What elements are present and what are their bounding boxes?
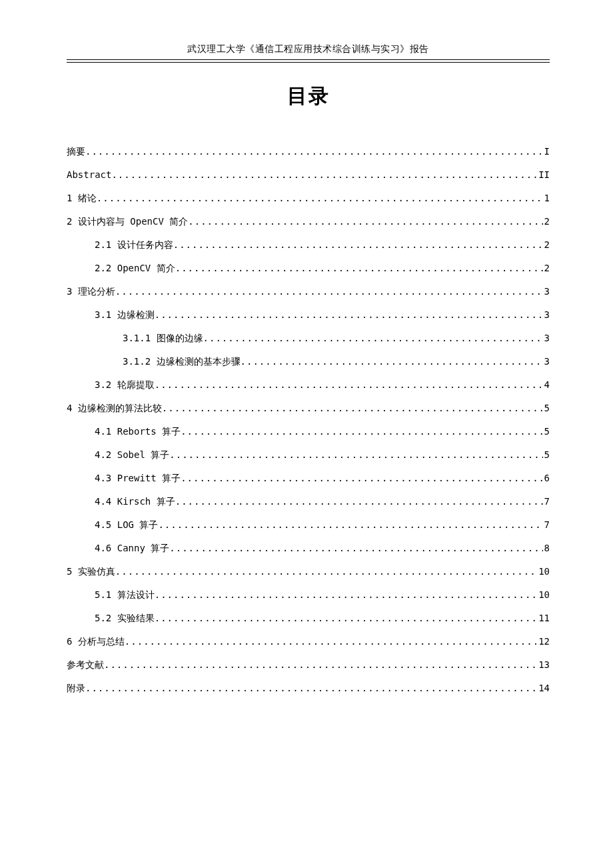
toc-label: Abstract bbox=[67, 170, 111, 179]
toc-page-number: 5 bbox=[543, 403, 550, 413]
toc-entry: 3 理论分析3 bbox=[67, 287, 550, 296]
toc-entry: 参考文献13 bbox=[67, 660, 550, 669]
toc-entry: 3.1.1 图像的边缘 3 bbox=[67, 333, 550, 343]
toc-page-number: 12 bbox=[537, 637, 550, 646]
toc-page-number: 3 bbox=[543, 287, 550, 296]
toc-leader-dots bbox=[125, 637, 537, 646]
toc-label: 3.1.2 边缘检测的基本步骤 bbox=[123, 357, 241, 366]
toc-page-number: 13 bbox=[537, 660, 550, 669]
toc-leader-dots bbox=[162, 403, 543, 413]
toc-entry: 1 绪论1 bbox=[67, 193, 550, 203]
toc-entry: 5.1 算法设计10 bbox=[67, 590, 550, 599]
toc-leader-dots bbox=[188, 217, 542, 226]
toc-label: 4.2 Sobel 算子 bbox=[95, 450, 169, 459]
toc-entry: 4.2 Sobel 算子5 bbox=[67, 450, 550, 459]
toc-page-number: 7 bbox=[543, 497, 550, 506]
document-page: 武汉理工大学《通信工程应用技术综合训练与实习》报告 目录 摘要IAbstract… bbox=[0, 0, 613, 693]
toc-label: 4.3 Prewitt 算子 bbox=[95, 473, 181, 483]
toc-label: 参考文献 bbox=[67, 660, 104, 669]
toc-leader-dots bbox=[155, 590, 537, 599]
toc-entry: 3.1.2 边缘检测的基本步骤 3 bbox=[67, 357, 550, 366]
toc-page-number: 2 bbox=[543, 240, 550, 249]
toc-entry: 摘要I bbox=[67, 147, 550, 156]
toc-page-number: 10 bbox=[537, 590, 550, 599]
toc-leader-dots bbox=[173, 240, 543, 249]
toc-page-number: 2 bbox=[543, 217, 550, 226]
toc-page-number: 2 bbox=[543, 263, 550, 273]
toc-label: 2.2 OpenCV 简介 bbox=[95, 263, 175, 273]
toc-page-number: 11 bbox=[537, 613, 550, 623]
header-rule bbox=[67, 59, 550, 63]
toc-entry: 5.2 实验结果 11 bbox=[67, 613, 550, 623]
toc-leader-dots bbox=[155, 380, 543, 389]
toc-label: 4.4 Kirsch 算子 bbox=[95, 497, 175, 506]
toc-page-number: 6 bbox=[543, 473, 550, 483]
toc-page-number: 5 bbox=[543, 427, 550, 436]
toc-entry: 3.1 边缘检测 3 bbox=[67, 310, 550, 319]
toc-label: 4.5 LOG 算子 bbox=[95, 520, 158, 529]
toc-label: 4 边缘检测的算法比较 bbox=[67, 403, 162, 413]
toc-label: 6 分析与总结 bbox=[67, 637, 125, 646]
toc-label: 附录 bbox=[67, 683, 85, 693]
toc-leader-dots bbox=[181, 473, 542, 483]
running-header: 武汉理工大学《通信工程应用技术综合训练与实习》报告 bbox=[67, 43, 550, 58]
toc-leader-dots bbox=[203, 333, 543, 343]
toc-label: 3.1.1 图像的边缘 bbox=[123, 333, 203, 343]
toc-page-number: I bbox=[543, 147, 550, 156]
toc-leader-dots bbox=[155, 310, 543, 319]
toc-leader-dots bbox=[175, 497, 543, 506]
toc-entry: 4 边缘检测的算法比较5 bbox=[67, 403, 550, 413]
toc-label: 2.1 设计任务内容 bbox=[95, 240, 173, 249]
toc-label: 3 理论分析 bbox=[67, 287, 115, 296]
toc-label: 5.2 实验结果 bbox=[95, 613, 155, 623]
toc-label: 3.2 轮廓提取 bbox=[95, 380, 155, 389]
toc-entry: 4.1 Reborts 算子5 bbox=[67, 427, 550, 436]
toc-page-number: 3 bbox=[543, 310, 550, 319]
toc-page-number: 14 bbox=[537, 683, 550, 693]
toc-leader-dots bbox=[175, 263, 543, 273]
toc-leader-dots bbox=[104, 660, 537, 669]
toc-entry: AbstractII bbox=[67, 170, 550, 179]
toc-leader-dots bbox=[111, 170, 537, 179]
toc-page-number: 1 bbox=[543, 193, 550, 203]
toc-leader-dots bbox=[169, 543, 542, 553]
toc-leader-dots bbox=[115, 287, 543, 296]
toc-page-number: 10 bbox=[537, 567, 550, 576]
toc-entry: 4.6 Canny 算子8 bbox=[67, 543, 550, 553]
toc-leader-dots bbox=[155, 613, 537, 623]
toc-label: 2 设计内容与 OpenCV 简介 bbox=[67, 217, 188, 226]
toc-leader-dots bbox=[85, 683, 537, 693]
toc-entry: 2 设计内容与 OpenCV 简介2 bbox=[67, 217, 550, 226]
toc-leader-dots bbox=[158, 520, 542, 529]
toc-leader-dots bbox=[241, 357, 543, 366]
toc-leader-dots bbox=[85, 147, 543, 156]
toc-entry: 2.2 OpenCV 简介2 bbox=[67, 263, 550, 273]
toc-page-number: 4 bbox=[543, 380, 550, 389]
toc-label: 3.1 边缘检测 bbox=[95, 310, 155, 319]
toc-label: 摘要 bbox=[67, 147, 85, 156]
toc-entry: 5 实验仿真10 bbox=[67, 567, 550, 576]
toc-page-number: II bbox=[537, 170, 550, 179]
toc-label: 4.1 Reborts 算子 bbox=[95, 427, 181, 436]
toc-entry: 4.4 Kirsch 算子 7 bbox=[67, 497, 550, 506]
toc-page-number: 3 bbox=[543, 333, 550, 343]
toc-entry: 3.2 轮廓提取 4 bbox=[67, 380, 550, 389]
toc-page-number: 3 bbox=[543, 357, 550, 366]
toc-entry: 6 分析与总结12 bbox=[67, 637, 550, 646]
toc-entry: 2.1 设计任务内容 2 bbox=[67, 240, 550, 249]
toc-page-number: 5 bbox=[543, 450, 550, 459]
toc-title: 目录 bbox=[67, 83, 550, 110]
toc-page-number: 8 bbox=[543, 543, 550, 553]
toc-label: 4.6 Canny 算子 bbox=[95, 543, 169, 553]
toc-leader-dots bbox=[97, 193, 543, 203]
toc-label: 5 实验仿真 bbox=[67, 567, 115, 576]
toc-entry: 附录14 bbox=[67, 683, 550, 693]
toc-label: 5.1 算法设计 bbox=[95, 590, 155, 599]
toc-page-number: 7 bbox=[543, 520, 550, 529]
toc-label: 1 绪论 bbox=[67, 193, 97, 203]
toc-leader-dots bbox=[115, 567, 537, 576]
toc-entry: 4.3 Prewitt 算子 6 bbox=[67, 473, 550, 483]
table-of-contents: 摘要IAbstractII1 绪论12 设计内容与 OpenCV 简介22.1 … bbox=[67, 147, 550, 693]
toc-leader-dots bbox=[181, 427, 542, 436]
toc-leader-dots bbox=[169, 450, 542, 459]
